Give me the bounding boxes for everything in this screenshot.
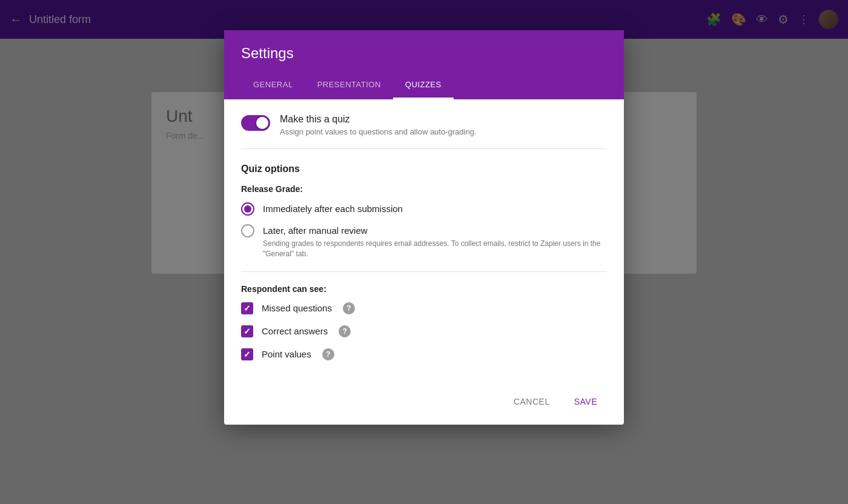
dialog-body: Make this a quiz Assign point values to … xyxy=(224,99,624,381)
help-icon-missed[interactable]: ? xyxy=(343,302,355,314)
radio-label-later: Later, after manual review xyxy=(263,224,607,237)
tab-presentation[interactable]: PRESENTATION xyxy=(305,71,393,99)
checkbox-label-correct: Correct answers xyxy=(262,326,328,336)
checkbox-box-points: ✓ xyxy=(241,348,253,360)
checkbox-missed-questions[interactable]: ✓ Missed questions ? xyxy=(241,302,607,314)
help-icon-points[interactable]: ? xyxy=(322,348,334,360)
toggle-track xyxy=(241,115,270,131)
radio-circle-immediately xyxy=(241,202,254,216)
radio-later[interactable]: Later, after manual review Sending grade… xyxy=(241,224,607,259)
toggle-label: Make this a quiz xyxy=(280,114,477,125)
checkbox-box-correct: ✓ xyxy=(241,325,253,337)
radio-immediately[interactable]: Immediately after each submission xyxy=(241,202,607,216)
checkbox-correct-answers[interactable]: ✓ Correct answers ? xyxy=(241,325,607,337)
toggle-description: Assign point values to questions and all… xyxy=(280,127,477,136)
checkbox-label-missed: Missed questions xyxy=(262,303,332,313)
toggle-text: Make this a quiz Assign point values to … xyxy=(280,114,477,136)
radio-text-later: Later, after manual review Sending grade… xyxy=(263,224,607,259)
dialog-header: Settings GENERAL PRESENTATION QUIZZES xyxy=(224,30,624,99)
dialog-tabs: GENERAL PRESENTATION QUIZZES xyxy=(241,71,607,99)
checkbox-point-values[interactable]: ✓ Point values ? xyxy=(241,348,607,360)
radio-label-immediately: Immediately after each submission xyxy=(263,202,607,216)
radio-sublabel-later: Sending grades to respondents requires e… xyxy=(263,239,607,259)
checkmark-missed: ✓ xyxy=(243,303,251,313)
help-icon-correct[interactable]: ? xyxy=(339,325,351,337)
toggle-thumb xyxy=(256,117,268,129)
radio-circle-later xyxy=(241,224,254,237)
checkmark-correct: ✓ xyxy=(243,327,251,336)
tab-general[interactable]: GENERAL xyxy=(241,71,305,99)
dialog-title: Settings xyxy=(241,30,607,71)
checkmark-points: ✓ xyxy=(243,350,251,359)
quiz-toggle-switch[interactable] xyxy=(241,115,270,131)
quiz-toggle-row[interactable]: Make this a quiz Assign point values to … xyxy=(241,114,607,149)
settings-dialog: Settings GENERAL PRESENTATION QUIZZES Ma… xyxy=(224,30,624,425)
radio-text-immediately: Immediately after each submission xyxy=(263,202,607,216)
respondent-label: Respondent can see: xyxy=(241,284,607,294)
cancel-button[interactable]: CANCEL xyxy=(504,391,560,413)
save-button[interactable]: SAVE xyxy=(565,391,607,413)
dialog-footer: CANCEL SAVE xyxy=(224,381,624,425)
quiz-options-title: Quiz options xyxy=(241,164,607,174)
divider xyxy=(241,271,607,272)
respondent-section: Respondent can see: ✓ Missed questions ?… xyxy=(241,284,607,360)
checkbox-label-points: Point values xyxy=(262,349,311,359)
tab-quizzes[interactable]: QUIZZES xyxy=(393,71,454,99)
release-grade-label: Release Grade: xyxy=(241,184,607,194)
checkbox-box-missed: ✓ xyxy=(241,302,253,314)
